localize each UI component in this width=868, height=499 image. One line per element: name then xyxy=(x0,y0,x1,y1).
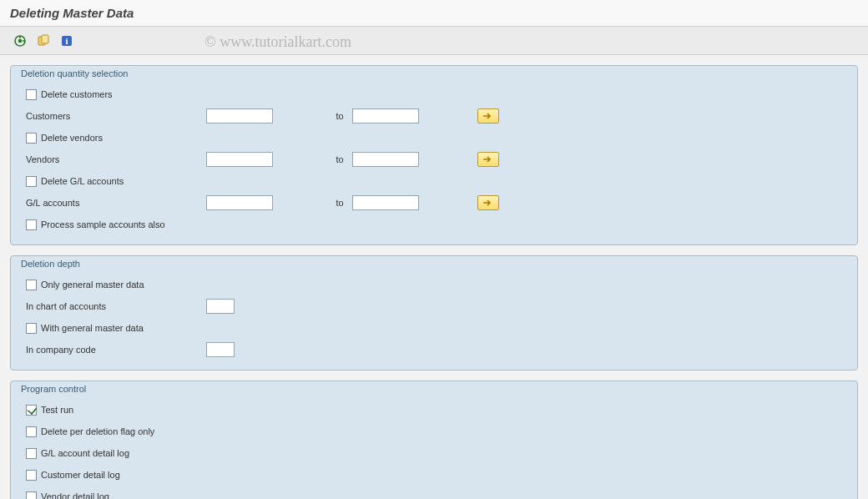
group-deletion-depth: Deletion depth Only general master data … xyxy=(10,255,858,370)
gl-detail-log-checkbox[interactable] xyxy=(26,448,37,459)
group-program-control: Program control Test run Delete per dele… xyxy=(10,381,858,499)
delete-gl-label: Delete G/L accounts xyxy=(41,176,124,186)
svg-point-1 xyxy=(18,38,23,43)
with-general-checkbox[interactable] xyxy=(26,323,37,334)
variant-button[interactable] xyxy=(35,33,52,49)
process-sample-checkbox[interactable] xyxy=(26,219,37,230)
page-header: Deleting Master Data xyxy=(0,0,868,27)
gl-detail-log-label: G/L account detail log xyxy=(41,448,129,458)
in-company-code-label: In company code xyxy=(26,345,96,355)
gl-to-input[interactable] xyxy=(352,195,419,210)
customer-detail-log-checkbox[interactable] xyxy=(26,470,37,481)
in-chart-of-accounts-label: In chart of accounts xyxy=(26,301,106,311)
delete-customers-checkbox[interactable] xyxy=(26,89,37,100)
execute-button[interactable] xyxy=(12,33,28,49)
to-label: to xyxy=(336,111,343,121)
delete-vendors-label: Delete vendors xyxy=(41,133,103,143)
vendors-multiselect-button[interactable] xyxy=(477,152,499,167)
content: Deletion quantity selection Delete custo… xyxy=(0,55,868,499)
vendor-detail-log-checkbox[interactable] xyxy=(26,491,37,500)
customers-multiselect-button[interactable] xyxy=(477,108,499,123)
toolbar: i xyxy=(0,27,868,55)
delete-gl-checkbox[interactable] xyxy=(26,176,37,187)
group-deletion-quantity: Deletion quantity selection Delete custo… xyxy=(10,65,858,245)
to-label: to xyxy=(336,154,343,164)
page-title: Deleting Master Data xyxy=(10,6,134,20)
customers-to-input[interactable] xyxy=(352,108,419,123)
svg-rect-5 xyxy=(42,35,48,43)
vendors-label: Vendors xyxy=(26,154,59,164)
chart-of-accounts-input[interactable] xyxy=(206,299,235,314)
only-general-label: Only general master data xyxy=(41,280,144,290)
process-sample-label: Process sample accounts also xyxy=(41,219,165,229)
group-title: Program control xyxy=(19,384,88,394)
delete-per-flag-checkbox[interactable] xyxy=(26,426,37,437)
vendors-to-input[interactable] xyxy=(352,152,419,167)
group-title: Deletion quantity selection xyxy=(19,68,129,78)
vendors-from-input[interactable] xyxy=(206,152,273,167)
delete-customers-label: Delete customers xyxy=(41,89,113,99)
info-button[interactable]: i xyxy=(58,33,75,49)
group-title: Deletion depth xyxy=(19,259,82,269)
delete-per-flag-label: Delete per deletion flag only xyxy=(41,426,154,436)
customers-label: Customers xyxy=(26,111,70,121)
test-run-label: Test run xyxy=(41,405,73,415)
test-run-checkbox[interactable] xyxy=(26,405,37,416)
company-code-input[interactable] xyxy=(206,342,235,357)
svg-text:i: i xyxy=(65,36,68,46)
gl-multiselect-button[interactable] xyxy=(477,195,499,210)
gl-accounts-label: G/L accounts xyxy=(26,198,79,208)
delete-vendors-checkbox[interactable] xyxy=(26,133,37,144)
only-general-checkbox[interactable] xyxy=(26,280,37,290)
vendor-detail-log-label: Vendor detail log xyxy=(41,491,109,499)
gl-from-input[interactable] xyxy=(206,195,273,210)
with-general-label: With general master data xyxy=(41,323,144,333)
customers-from-input[interactable] xyxy=(206,108,273,123)
to-label: to xyxy=(336,198,343,208)
customer-detail-log-label: Customer detail log xyxy=(41,470,120,480)
